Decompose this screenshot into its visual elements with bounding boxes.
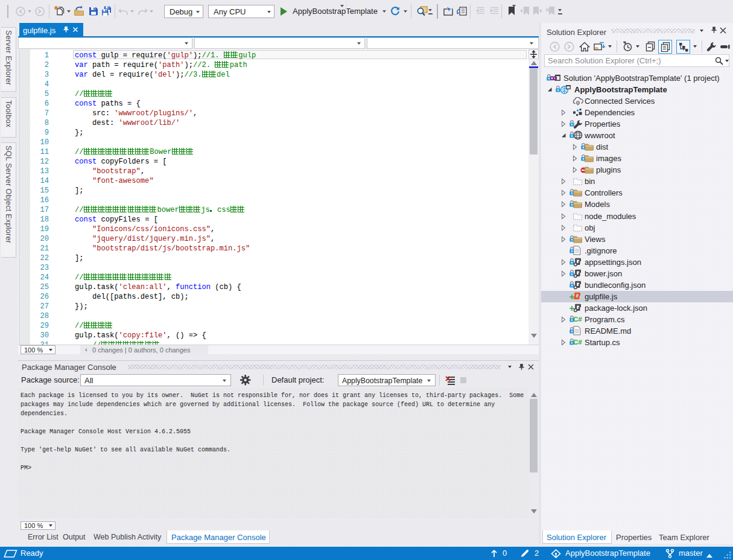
svg-text:C#: C# xyxy=(573,316,582,323)
svg-text:C#: C# xyxy=(573,339,582,346)
